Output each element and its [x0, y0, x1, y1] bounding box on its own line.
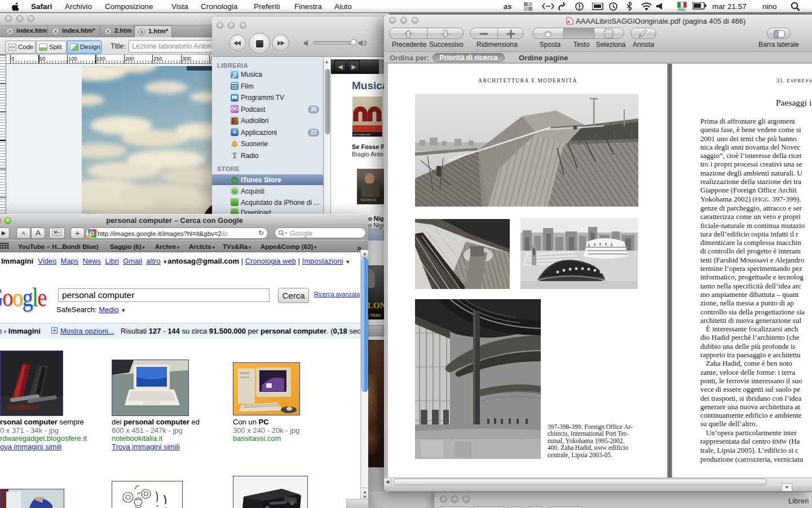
svg-text:as: as: [504, 3, 511, 10]
svg-text:A: A: [567, 20, 570, 24]
